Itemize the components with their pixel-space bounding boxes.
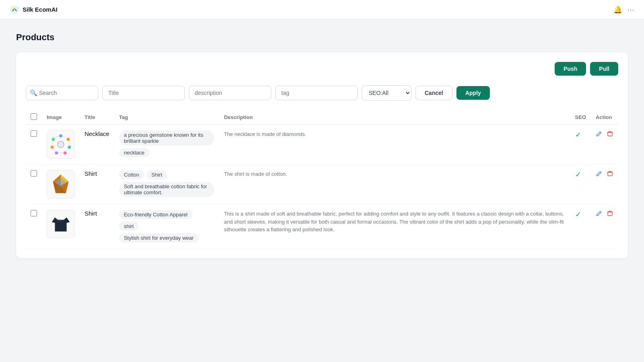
topbar: Silk EcomAI 🔔 ⋯ [0, 0, 644, 19]
svg-point-4 [59, 134, 62, 138]
product-image [47, 170, 75, 198]
tag-list: Eco-friendly Cotton Apparel shirt Stylis… [119, 210, 215, 243]
tag-filter[interactable] [275, 86, 358, 100]
bell-icon[interactable]: 🔔 [613, 5, 622, 14]
products-table: Image Title Tag Description SEO Action [26, 110, 618, 249]
product-title: Shirt [85, 170, 97, 177]
col-seo: SEO [570, 110, 591, 125]
product-image [47, 210, 75, 238]
table-row: Necklace a precious gemstone known for i… [26, 125, 618, 165]
filters-row: 🔍 SEO:All SEO:Yes SEO:No Cancel Apply [26, 85, 618, 101]
description-text: The shirt is made of cotton. [224, 171, 287, 177]
tag-item: Cotton [119, 170, 144, 179]
tag-item: Stylish shirt for everyday wear [119, 233, 198, 243]
svg-rect-13 [608, 132, 612, 136]
row-checkbox[interactable] [31, 210, 37, 216]
product-image [47, 130, 75, 158]
delete-icon[interactable] [607, 130, 613, 139]
brand: Silk EcomAI [10, 5, 58, 14]
delete-icon[interactable] [607, 170, 613, 179]
svg-point-1 [14, 8, 16, 10]
tag-item: shirt [119, 222, 139, 231]
search-wrap: 🔍 [26, 86, 98, 100]
table-row: Shirt Eco-friendly Cotton Apparel shirt … [26, 204, 618, 249]
svg-point-5 [67, 138, 70, 141]
seo-status: ✓ [575, 131, 581, 139]
action-icons [596, 170, 613, 179]
brand-icon [10, 5, 19, 14]
page-title: Products [16, 32, 628, 43]
svg-point-6 [68, 146, 71, 149]
col-title: Title [80, 110, 114, 125]
tag-list: Cotton Shirt Soft and breathable cotton … [119, 170, 215, 197]
row-checkbox[interactable] [31, 130, 37, 137]
seo-status: ✓ [575, 210, 581, 218]
card-toolbar: Push Pull [26, 62, 618, 76]
apply-button[interactable]: Apply [456, 86, 490, 100]
svg-point-9 [51, 146, 54, 149]
brand-name: Silk EcomAI [23, 6, 58, 13]
col-description: Description [219, 110, 570, 125]
topbar-actions: 🔔 ⋯ [613, 5, 634, 14]
svg-rect-22 [608, 172, 612, 176]
description-filter[interactable] [189, 86, 271, 100]
svg-point-8 [55, 151, 58, 154]
seo-select[interactable]: SEO:All SEO:Yes SEO:No [362, 85, 411, 101]
svg-rect-24 [608, 212, 612, 216]
table-row: Shirt Cotton Shirt Soft and breathable c… [26, 165, 618, 204]
tag-list: a precious gemstone known for its brilli… [119, 130, 215, 157]
tag-item: necklace [119, 148, 149, 157]
row-checkbox[interactable] [31, 170, 37, 177]
seo-status: ✓ [575, 171, 581, 179]
action-icons [596, 130, 613, 139]
more-icon[interactable]: ⋯ [627, 5, 634, 14]
edit-icon[interactable] [596, 130, 603, 139]
svg-point-12 [59, 142, 63, 146]
push-button[interactable]: Push [555, 62, 586, 76]
tag-item: Soft and breathable cotton fabric for ul… [119, 182, 215, 197]
edit-icon[interactable] [596, 210, 603, 218]
description-text: The necklace is made of diamonds. [224, 131, 306, 137]
tag-item: Eco-friendly Cotton Apparel [119, 210, 192, 219]
page-content: Products Push Pull 🔍 SEO:All SEO:Yes SEO… [0, 19, 644, 271]
col-tag: Tag [114, 110, 219, 125]
delete-icon[interactable] [607, 210, 613, 218]
title-filter[interactable] [102, 86, 185, 100]
col-action: Action [591, 110, 618, 125]
tag-item: a precious gemstone known for its brilli… [119, 130, 215, 146]
description-text: This is a shirt made of soft and breatha… [224, 211, 564, 232]
product-title: Necklace [85, 130, 109, 137]
tag-item: Shirt [147, 170, 167, 179]
edit-icon[interactable] [596, 170, 603, 179]
search-icon: 🔍 [30, 89, 37, 97]
products-card: Push Pull 🔍 SEO:All SEO:Yes SEO:No Cance… [16, 52, 628, 258]
action-icons [596, 210, 613, 218]
svg-point-10 [52, 138, 55, 141]
select-all-checkbox[interactable] [31, 113, 37, 120]
cancel-button[interactable]: Cancel [415, 86, 452, 100]
col-image: Image [42, 110, 80, 125]
pull-button[interactable]: Pull [590, 62, 618, 76]
svg-point-7 [64, 151, 67, 154]
product-title: Shirt [85, 210, 97, 217]
